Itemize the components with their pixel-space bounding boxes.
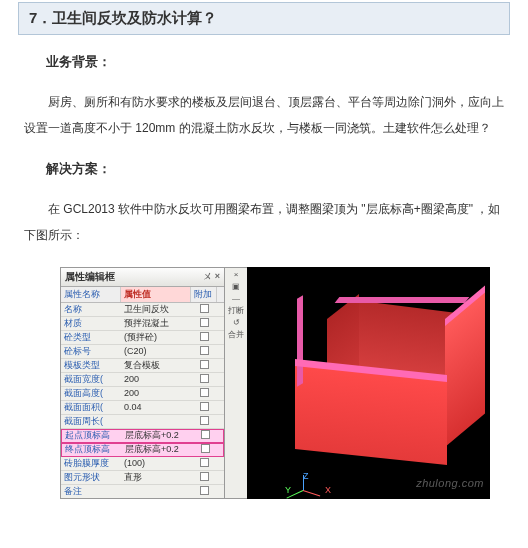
prop-value[interactable]: 0.04 — [121, 402, 191, 412]
prop-extra[interactable] — [191, 346, 217, 357]
property-row[interactable]: 砼标号(C20) — [61, 345, 224, 359]
property-row[interactable]: 砼类型(预拌砼) — [61, 331, 224, 345]
checkbox-icon[interactable] — [200, 318, 209, 327]
prop-value[interactable]: 200 — [121, 374, 191, 384]
prop-extra[interactable] — [192, 430, 218, 441]
axis-gizmo — [303, 490, 304, 491]
prop-name: 模板类型 — [61, 359, 121, 372]
checkbox-icon[interactable] — [201, 430, 210, 439]
property-row[interactable]: 截面面积(0.04 — [61, 401, 224, 415]
watermark: zhulong.com — [416, 477, 484, 489]
checkbox-icon[interactable] — [200, 332, 209, 341]
prop-value[interactable]: 复合模板 — [121, 359, 191, 372]
prop-extra[interactable] — [191, 360, 217, 371]
solution-label: 解决方案： — [46, 160, 528, 178]
prop-extra[interactable] — [191, 374, 217, 385]
prop-value[interactable]: 预拌混凝土 — [121, 317, 191, 330]
panel-header-row: 属性名称 属性值 附加 — [61, 287, 224, 303]
prop-name: 砼标号 — [61, 345, 121, 358]
checkbox-icon[interactable] — [200, 374, 209, 383]
property-row[interactable]: 起点顶标高层底标高+0.2 — [61, 429, 224, 443]
property-row[interactable]: 名称卫生间反坎 — [61, 303, 224, 317]
prop-name: 终点顶标高 — [62, 443, 122, 456]
prop-extra[interactable] — [191, 402, 217, 413]
section-heading: 7．卫生间反坎及防水计算？ — [18, 2, 510, 35]
prop-name: 备注 — [61, 485, 121, 498]
header-extra: 附加 — [191, 287, 217, 302]
prop-name: 名称 — [61, 303, 121, 316]
prop-extra[interactable] — [191, 486, 217, 497]
prop-value[interactable]: (C20) — [121, 346, 191, 356]
panel-titlebar[interactable]: 属性编辑框 ㄨ × — [61, 268, 224, 287]
toolbar-button[interactable]: 合并 — [228, 331, 244, 339]
panel-close-icon[interactable]: ㄨ × — [203, 270, 220, 283]
property-row[interactable]: 材质预拌混凝土 — [61, 317, 224, 331]
solution-paragraph: 在 GCL2013 软件中防水反坎可用圈梁布置，调整圈梁顶为 "层底标高+圈梁高… — [24, 196, 504, 249]
axis-y-label: Y — [285, 485, 291, 495]
prop-name: 截面高度( — [61, 387, 121, 400]
prop-extra[interactable] — [191, 304, 217, 315]
checkbox-icon[interactable] — [200, 472, 209, 481]
property-row[interactable]: 截面周长( — [61, 415, 224, 429]
prop-extra[interactable] — [191, 416, 217, 427]
prop-extra[interactable] — [191, 472, 217, 483]
prop-extra[interactable] — [191, 458, 217, 469]
prop-extra[interactable] — [191, 388, 217, 399]
prop-extra[interactable] — [191, 318, 217, 329]
mini-toolbar: ×▣—打断↺合并 — [225, 267, 247, 499]
header-name: 属性名称 — [61, 287, 121, 302]
property-row[interactable]: 备注 — [61, 485, 224, 498]
checkbox-icon[interactable] — [200, 388, 209, 397]
property-row[interactable]: 终点顶标高层底标高+0.2 — [61, 443, 224, 457]
viewport-3d[interactable]: Z X Y zhulong.com — [247, 267, 490, 499]
heading-text: 7．卫生间反坎及防水计算？ — [29, 9, 217, 26]
toolbar-button[interactable]: 打断 — [228, 307, 244, 315]
prop-value[interactable]: 层底标高+0.2 — [122, 429, 192, 442]
prop-value[interactable]: 200 — [121, 388, 191, 398]
prop-name: 截面宽度( — [61, 373, 121, 386]
prop-name: 截面面积( — [61, 401, 121, 414]
checkbox-icon[interactable] — [200, 486, 209, 495]
property-row[interactable]: 截面高度(200 — [61, 387, 224, 401]
checkbox-icon[interactable] — [200, 346, 209, 355]
prop-value[interactable]: 层底标高+0.2 — [122, 443, 192, 456]
prop-name: 砖胎膜厚度 — [61, 457, 121, 470]
axis-z-label: Z — [303, 471, 309, 481]
checkbox-icon[interactable] — [200, 416, 209, 425]
property-row[interactable]: 模板类型复合模板 — [61, 359, 224, 373]
panel-title: 属性编辑框 — [65, 270, 115, 284]
property-panel: 属性编辑框 ㄨ × 属性名称 属性值 附加 名称卫生间反坎材质预拌混凝土砼类型(… — [60, 267, 225, 499]
prop-extra[interactable] — [191, 332, 217, 343]
prop-extra[interactable] — [192, 444, 218, 455]
axis-x-label: X — [325, 485, 331, 495]
toolbar-button[interactable]: ▣ — [232, 283, 240, 291]
checkbox-icon[interactable] — [200, 304, 209, 313]
panel-rows: 名称卫生间反坎材质预拌混凝土砼类型(预拌砼)砼标号(C20)模板类型复合模板截面… — [61, 303, 224, 498]
prop-value[interactable]: (100) — [121, 458, 191, 468]
checkbox-icon[interactable] — [200, 402, 209, 411]
header-value: 属性值 — [121, 287, 191, 302]
toolbar-button[interactable]: — — [232, 295, 240, 303]
toolbar-button[interactable]: ↺ — [233, 319, 240, 327]
prop-name: 起点顶标高 — [62, 429, 122, 442]
toolbar-button[interactable]: × — [234, 271, 239, 279]
prop-value[interactable]: (预拌砼) — [121, 331, 191, 344]
property-row[interactable]: 图元形状直形 — [61, 471, 224, 485]
prop-name: 截面周长( — [61, 415, 121, 428]
prop-name: 图元形状 — [61, 471, 121, 484]
checkbox-icon[interactable] — [200, 360, 209, 369]
prop-value[interactable]: 卫生间反坎 — [121, 303, 191, 316]
model-box — [277, 287, 467, 457]
prop-value[interactable]: 直形 — [121, 471, 191, 484]
property-row[interactable]: 截面宽度(200 — [61, 373, 224, 387]
prop-name: 材质 — [61, 317, 121, 330]
figure: 属性编辑框 ㄨ × 属性名称 属性值 附加 名称卫生间反坎材质预拌混凝土砼类型(… — [60, 267, 490, 507]
background-label: 业务背景： — [46, 53, 528, 71]
checkbox-icon[interactable] — [201, 444, 210, 453]
checkbox-icon[interactable] — [200, 458, 209, 467]
background-paragraph: 厨房、厕所和有防水要求的楼板及层间退台、顶层露台、平台等周边除门洞外，应向上设置… — [24, 89, 504, 142]
property-row[interactable]: 砖胎膜厚度(100) — [61, 457, 224, 471]
prop-name: 砼类型 — [61, 331, 121, 344]
